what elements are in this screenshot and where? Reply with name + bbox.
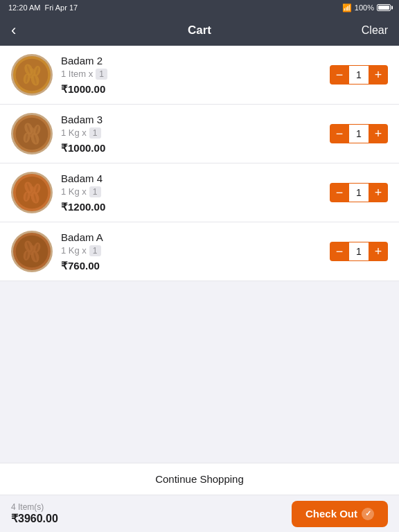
battery-icon (377, 4, 391, 11)
footer-total: ₹3960.00 (11, 512, 58, 525)
qty-value-badam3: 1 (349, 124, 369, 143)
item-image-badam3 (11, 113, 53, 154)
cart-item-badam4: Badam 4 1 Kg x 1 ₹1200.00 − 1 + (0, 163, 399, 222)
qty-value-badamA: 1 (349, 242, 369, 261)
continue-shopping[interactable]: Continue Shopping (0, 463, 399, 495)
item-image-badam2 (11, 54, 53, 96)
item-unit-qty-badam4: 1 (89, 186, 101, 197)
footer-summary: 4 Item(s) ₹3960.00 (11, 502, 58, 525)
item-controls-badam2: − 1 + (330, 65, 388, 85)
footer-item-count: 4 Item(s) (11, 502, 58, 512)
wifi-icon: 📶 (342, 3, 352, 12)
battery-label: 100% (355, 3, 374, 12)
cart-item-badam2: Badam 2 1 Item x 1 ₹1000.00 − 1 + (0, 46, 399, 105)
header-title: Cart (188, 24, 211, 37)
checkout-label: Check Out (305, 508, 357, 520)
cart-item-badam3: Badam 3 1 Kg x 1 ₹1000.00 − 1 + (0, 105, 399, 163)
decrease-qty-badam4[interactable]: − (330, 183, 349, 202)
increase-qty-badam4[interactable]: + (369, 183, 388, 202)
item-details-badam4: Badam 4 1 Kg x 1 ₹1200.00 (61, 172, 321, 213)
time: 12:20 AM (8, 3, 40, 12)
item-image-badam4 (11, 172, 53, 213)
item-price-badamA: ₹760.00 (61, 260, 321, 272)
cart-list: Badam 2 1 Item x 1 ₹1000.00 − 1 + (0, 46, 399, 463)
footer: 4 Item(s) ₹3960.00 Check Out ✓ (0, 495, 399, 532)
item-meta-badam3: 1 Kg x 1 (61, 127, 321, 139)
increase-qty-badam2[interactable]: + (369, 65, 388, 85)
item-controls-badamA: − 1 + (330, 242, 388, 261)
item-price-badam4: ₹1200.00 (61, 201, 321, 213)
date: Fri Apr 17 (44, 3, 78, 12)
item-unit-qty-badam2: 1 (96, 69, 107, 80)
item-details-badam2: Badam 2 1 Item x 1 ₹1000.00 (61, 55, 321, 96)
clear-button[interactable]: Clear (362, 24, 388, 37)
header: ‹ Cart Clear (0, 15, 399, 46)
cart-item-badamA: Badam A 1 Kg x 1 ₹760.00 − 1 + (0, 222, 399, 281)
item-name-badamA: Badam A (61, 231, 321, 243)
item-price-badam2: ₹1000.00 (61, 83, 321, 96)
decrease-qty-badam2[interactable]: − (330, 65, 349, 85)
item-name-badam2: Badam 2 (61, 55, 321, 66)
item-details-badam3: Badam 3 1 Kg x 1 ₹1000.00 (61, 114, 321, 154)
item-controls-badam3: − 1 + (330, 124, 388, 143)
item-meta-badam2: 1 Item x 1 (61, 69, 321, 80)
checkout-button[interactable]: Check Out ✓ (292, 501, 388, 527)
qty-value-badam2: 1 (349, 65, 369, 85)
decrease-qty-badam3[interactable]: − (330, 124, 349, 143)
item-unit-qty-badam3: 1 (89, 127, 101, 139)
item-price-badam3: ₹1000.00 (61, 142, 321, 154)
qty-value-badam4: 1 (349, 183, 369, 202)
item-meta-badamA: 1 Kg x 1 (61, 245, 321, 256)
item-controls-badam4: − 1 + (330, 183, 388, 202)
item-details-badamA: Badam A 1 Kg x 1 ₹760.00 (61, 231, 321, 272)
item-name-badam3: Badam 3 (61, 114, 321, 125)
item-name-badam4: Badam 4 (61, 172, 321, 184)
decrease-qty-badamA[interactable]: − (330, 242, 349, 261)
back-button[interactable]: ‹ (11, 23, 16, 38)
status-bar: 12:20 AM Fri Apr 17 📶 100% (0, 0, 399, 15)
increase-qty-badam3[interactable]: + (369, 124, 388, 143)
item-unit-qty-badamA: 1 (89, 245, 101, 256)
increase-qty-badamA[interactable]: + (369, 242, 388, 261)
item-image-badamA (11, 231, 53, 272)
item-meta-badam4: 1 Kg x 1 (61, 186, 321, 197)
checkout-icon: ✓ (362, 508, 374, 520)
